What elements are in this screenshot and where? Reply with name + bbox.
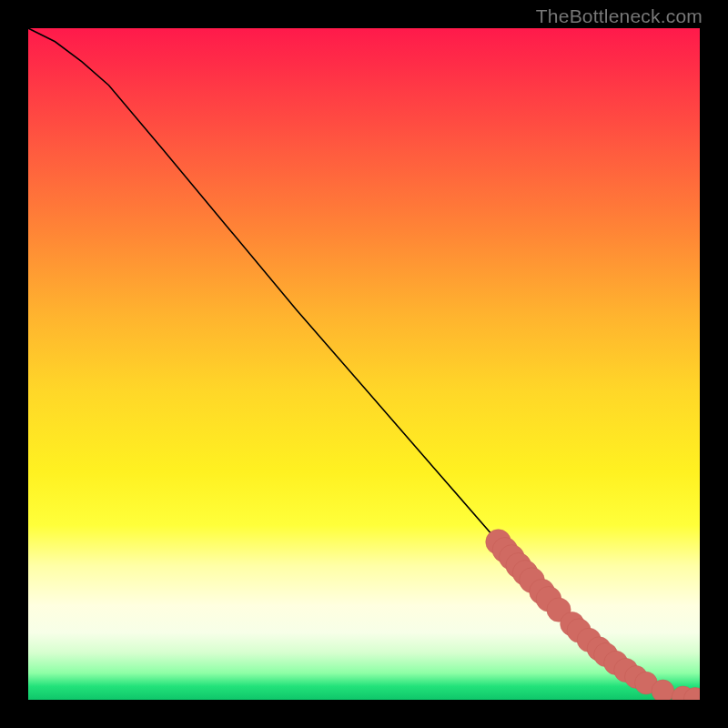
curve-line	[28, 28, 700, 699]
plot-area	[28, 28, 700, 700]
chart-frame: TheBottleneck.com	[0, 0, 728, 728]
data-marker	[652, 680, 674, 700]
markers-group	[486, 530, 700, 700]
chart-overlay-svg	[28, 28, 700, 700]
attribution-text: TheBottleneck.com	[536, 5, 703, 27]
